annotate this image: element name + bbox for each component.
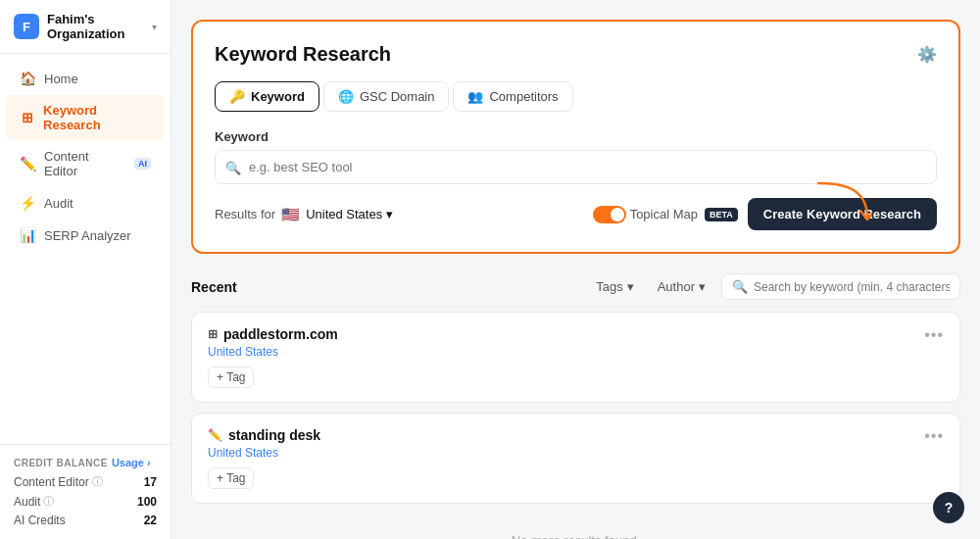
author-filter-label: Author (658, 279, 695, 294)
credit-content-editor-value: 17 (144, 475, 157, 489)
sidebar-item-serp-analyzer-label: SERP Analyzer (44, 228, 131, 243)
topical-map-toggle[interactable] (593, 206, 626, 223)
content-editor-icon: ✏️ (20, 156, 35, 172)
ai-badge: AI (134, 158, 151, 170)
credit-audit-name: Audit ⓘ (14, 494, 54, 509)
result-card-standing-desk-country: United States (208, 446, 320, 460)
keyword-input[interactable] (215, 150, 937, 184)
recent-header: Recent Tags ▾ Author ▾ 🔍 (191, 273, 960, 300)
tags-filter-label: Tags (596, 279, 622, 294)
tab-gsc-domain[interactable]: 🌐 GSC Domain (323, 81, 450, 112)
keyword-research-card: Keyword Research ⚙️ 🔑 Keyword 🌐 GSC Doma… (191, 20, 960, 254)
recent-title: Recent (191, 279, 237, 295)
create-keyword-research-button[interactable]: Create Keyword Research (748, 198, 937, 230)
credit-row-ai-credits: AI Credits 22 (14, 514, 157, 527)
result-card-paddlestorm: ⊞ paddlestorm.com United States + Tag ••… (191, 312, 960, 403)
keyword-type-icon: ✏️ (208, 428, 222, 442)
keyword-label: Keyword (215, 129, 937, 144)
serp-analyzer-icon: 📊 (20, 227, 35, 243)
topical-map-toggle-wrap: Topical Map BETA (593, 206, 738, 223)
sidebar-item-content-editor[interactable]: ✏️ Content Editor AI (6, 141, 165, 186)
country-dropdown[interactable]: United States ▾ (306, 207, 393, 221)
no-more-results: No more results found. (191, 514, 960, 539)
settings-icon[interactable]: ⚙️ (917, 45, 937, 64)
org-name: Fahim's Organization (47, 12, 144, 41)
search-icon: 🔍 (225, 160, 241, 174)
country-name: United States (306, 207, 382, 221)
search-recent-icon: 🔍 (732, 279, 748, 294)
help-button[interactable]: ? (933, 492, 964, 523)
sidebar-item-audit[interactable]: ⚡ Audit (6, 187, 165, 219)
credit-row-audit: Audit ⓘ 100 (14, 494, 157, 509)
results-for-label: Results for (215, 207, 275, 221)
result-card-paddlestorm-tag-button[interactable]: + Tag (208, 367, 254, 388)
kw-card-title: Keyword Research (215, 43, 391, 66)
result-card-paddlestorm-title-wrap: ⊞ paddlestorm.com United States + Tag (208, 326, 338, 388)
flag-icon: 🇺🇸 (281, 206, 300, 223)
credit-balance-label: CREDIT BALANCE (14, 458, 108, 468)
nav-items: 🏠 Home ⊞ Keyword Research ✏️ Content Edi… (0, 54, 171, 444)
toggle-dot (611, 208, 624, 221)
chevron-down-icon: ▾ (152, 22, 157, 32)
sidebar-header[interactable]: F Fahim's Organization ▾ (0, 0, 171, 54)
sidebar-item-home-label: Home (44, 72, 78, 86)
sidebar-item-keyword-research-label: Keyword Research (43, 103, 151, 132)
results-left: Results for 🇺🇸 United States ▾ (215, 206, 393, 223)
search-recent-wrap: 🔍 (721, 273, 960, 300)
result-card-standing-desk: ✏️ standing desk United States + Tag ••• (191, 413, 960, 504)
result-card-paddlestorm-header: ⊞ paddlestorm.com United States + Tag ••… (208, 326, 944, 388)
info-icon-content-editor: ⓘ (92, 474, 103, 489)
beta-badge: BETA (705, 208, 738, 221)
credit-content-editor-name: Content Editor ⓘ (14, 474, 103, 489)
tab-competitors[interactable]: 👥 Competitors (453, 81, 572, 112)
tags-chevron-icon: ▾ (627, 279, 634, 294)
info-icon-audit: ⓘ (43, 494, 54, 509)
author-filter-button[interactable]: Author ▾ (650, 275, 713, 298)
main-content: Keyword Research ⚙️ 🔑 Keyword 🌐 GSC Doma… (172, 0, 980, 539)
result-card-standing-desk-header: ✏️ standing desk United States + Tag ••• (208, 427, 944, 489)
usage-link[interactable]: Usage › (112, 457, 151, 468)
country-chevron-icon: ▾ (386, 207, 393, 221)
more-options-button-paddlestorm[interactable]: ••• (924, 326, 944, 344)
audit-icon: ⚡ (20, 195, 35, 211)
kw-card-header: Keyword Research ⚙️ (215, 43, 937, 66)
recent-filters: Tags ▾ Author ▾ 🔍 (588, 273, 960, 300)
sidebar-item-serp-analyzer[interactable]: 📊 SERP Analyzer (6, 220, 165, 251)
sidebar-footer: CREDIT BALANCE Usage › Content Editor ⓘ … (0, 444, 171, 539)
sidebar: F Fahim's Organization ▾ 🏠 Home ⊞ Keywor… (0, 0, 172, 539)
result-card-standing-desk-tag-button[interactable]: + Tag (208, 467, 254, 489)
search-recent-input[interactable] (754, 280, 950, 294)
tab-keyword[interactable]: 🔑 Keyword (215, 81, 319, 112)
credit-ai-credits-name: AI Credits (14, 514, 66, 527)
more-options-button-standing-desk[interactable]: ••• (924, 427, 944, 445)
domain-type-icon: ⊞ (208, 327, 218, 341)
result-card-standing-desk-title: ✏️ standing desk (208, 427, 320, 443)
credit-ai-credits-value: 22 (144, 514, 157, 527)
result-card-standing-desk-title-wrap: ✏️ standing desk United States + Tag (208, 427, 320, 489)
sidebar-item-content-editor-label: Content Editor (44, 149, 123, 178)
result-card-paddlestorm-country: United States (208, 345, 338, 359)
topical-map-label: Topical Map (630, 207, 698, 221)
result-card-paddlestorm-title: ⊞ paddlestorm.com (208, 326, 338, 342)
sidebar-item-keyword-research[interactable]: ⊞ Keyword Research (6, 95, 165, 140)
keyword-input-wrap: 🔍 (215, 150, 937, 184)
competitors-tab-icon: 👥 (467, 89, 483, 104)
credit-audit-value: 100 (137, 495, 157, 509)
home-icon: 🏠 (20, 71, 35, 86)
results-bar: Results for 🇺🇸 United States ▾ Topical M… (215, 198, 937, 230)
gsc-domain-tab-icon: 🌐 (338, 89, 354, 104)
keyword-tab-icon: 🔑 (229, 89, 245, 104)
sidebar-item-audit-label: Audit (44, 196, 74, 211)
tags-filter-button[interactable]: Tags ▾ (588, 275, 641, 298)
author-chevron-icon: ▾ (699, 279, 706, 294)
tab-bar: 🔑 Keyword 🌐 GSC Domain 👥 Competitors (215, 81, 937, 112)
sidebar-item-home[interactable]: 🏠 Home (6, 63, 165, 94)
keyword-research-icon: ⊞ (20, 110, 34, 125)
credit-row-content-editor: Content Editor ⓘ 17 (14, 474, 157, 489)
results-right: Topical Map BETA Create Keyword Research (593, 198, 937, 230)
org-avatar: F (14, 14, 39, 39)
